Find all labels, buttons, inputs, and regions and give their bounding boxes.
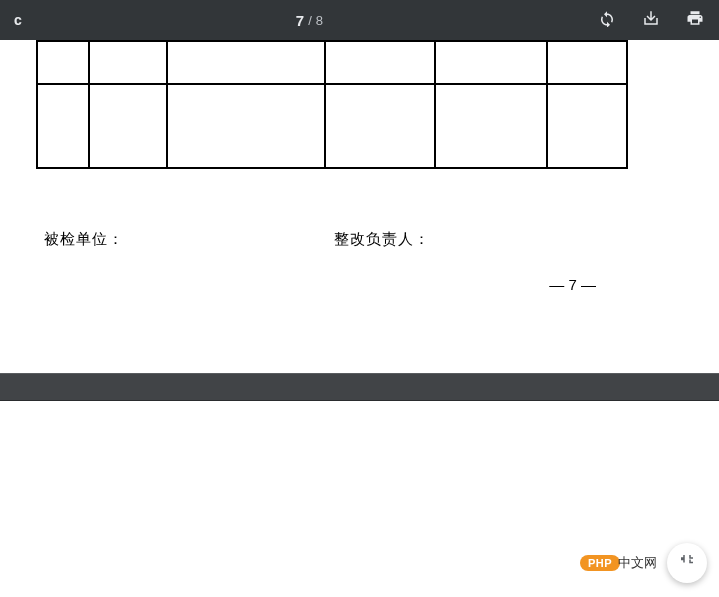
table-cell xyxy=(167,41,325,84)
table-cell xyxy=(435,84,547,168)
table-cell xyxy=(167,84,325,168)
php-cn-badge[interactable]: PHP 中文网 xyxy=(580,552,657,574)
table-cell xyxy=(37,84,89,168)
table-cell xyxy=(547,41,627,84)
download-icon xyxy=(642,9,660,31)
download-button[interactable] xyxy=(641,10,661,30)
page-indicator[interactable]: 7 / 8 xyxy=(296,12,323,29)
table-cell xyxy=(435,41,547,84)
rotate-icon xyxy=(598,9,616,31)
fit-page-icon xyxy=(678,552,696,574)
print-button[interactable] xyxy=(685,10,705,30)
inspection-table xyxy=(36,40,628,169)
document-title: c xyxy=(14,12,22,28)
page-divider xyxy=(0,373,719,401)
table-cell xyxy=(89,84,167,168)
cn-badge-text: 中文网 xyxy=(618,554,657,572)
rotate-button[interactable] xyxy=(597,10,617,30)
fit-page-button[interactable] xyxy=(667,543,707,583)
inspected-unit-label: 被检单位： xyxy=(44,230,334,249)
print-icon xyxy=(686,9,704,31)
table-cell xyxy=(325,41,435,84)
table-cell xyxy=(547,84,627,168)
toolbar-actions xyxy=(597,10,705,30)
table-cell xyxy=(37,41,89,84)
rectification-person-label: 整改负责人： xyxy=(334,230,430,249)
total-pages: 8 xyxy=(316,13,323,28)
pdf-toolbar: c 7 / 8 xyxy=(0,0,719,40)
page-separator: / xyxy=(308,13,312,28)
page-number-marker: — 7 — xyxy=(0,276,596,293)
table-row xyxy=(37,41,627,84)
footer-area: PHP 中文网 xyxy=(580,543,707,583)
table-cell xyxy=(325,84,435,168)
table-cell xyxy=(89,41,167,84)
signature-labels: 被检单位： 整改负责人： xyxy=(44,230,624,249)
php-badge-text: PHP xyxy=(580,555,620,571)
table-row xyxy=(37,84,627,168)
document-page: 被检单位： 整改负责人： — 7 — xyxy=(0,40,719,390)
current-page-number: 7 xyxy=(296,12,304,29)
